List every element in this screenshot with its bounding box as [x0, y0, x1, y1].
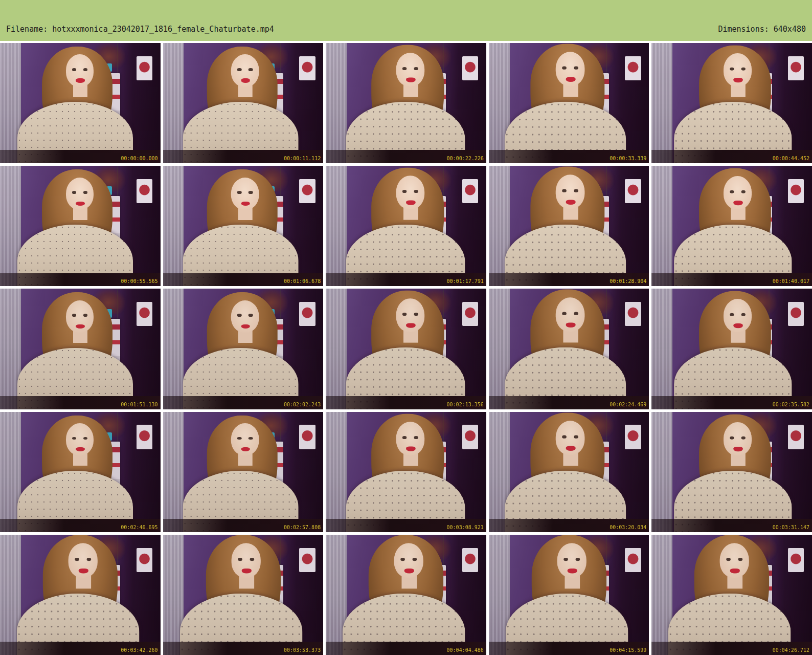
thumbnail-image: 00:04:26.712: [651, 535, 812, 655]
lips-shape: [404, 569, 414, 573]
thumbnail-image: 00:01:28.904: [489, 166, 649, 286]
thumbnail-image: 00:03:53.373: [163, 535, 324, 655]
thumbnail-image: 00:02:13.356: [326, 289, 486, 409]
timestamp-overlay: 00:03:53.373: [284, 647, 321, 653]
video-thumbnail: 00:01:28.904: [489, 166, 649, 286]
timestamp-overlay: 00:04:04.486: [447, 647, 484, 653]
video-thumbnail: 00:04:26.712: [651, 535, 812, 655]
lips-shape: [76, 78, 85, 82]
thumbnail-image: 00:02:24.469: [489, 289, 649, 409]
video-thumbnail: 00:00:55.565: [0, 166, 161, 286]
thumbnail-image: 00:01:17.791: [326, 166, 486, 286]
person-figure: [0, 43, 161, 163]
lips-shape: [407, 78, 416, 82]
lips-shape: [241, 447, 251, 451]
thumbnail-image: 00:03:31.147: [651, 412, 812, 532]
thumbnail-image: 00:00:55.565: [0, 166, 161, 286]
lips-shape: [566, 77, 575, 82]
thumbnail-image: 00:02:35.582: [651, 289, 812, 409]
person-figure: [657, 166, 812, 286]
video-thumbnail: 00:02:35.582: [651, 289, 812, 409]
timestamp-overlay: 00:02:24.469: [610, 402, 646, 407]
person-figure: [165, 412, 323, 532]
file-info-left: Filename: hotxxxmonica_23042017_1816_fem…: [6, 4, 274, 41]
video-thumbnail: 00:02:02.243: [163, 289, 324, 409]
thumbnail-image: 00:04:04.486: [326, 535, 486, 655]
timestamp-overlay: 00:02:13.356: [447, 402, 484, 407]
timestamp-overlay: 00:00:44.452: [773, 156, 809, 161]
lips-shape: [734, 78, 743, 82]
thumbnail-image: 00:02:02.243: [163, 289, 324, 409]
person-figure: [328, 412, 486, 532]
person-figure: [163, 535, 324, 655]
video-thumbnail: 00:03:42.260: [0, 535, 161, 655]
person-figure: [328, 289, 486, 409]
person-figure: [165, 289, 323, 409]
person-figure: [657, 412, 812, 532]
timestamp-overlay: 00:01:06.678: [284, 278, 321, 284]
lips-shape: [407, 447, 416, 451]
file-info-right: Dimensions: 640x480 Format: h264 / aac (…: [690, 4, 806, 41]
person-figure: [651, 535, 812, 655]
timestamp-overlay: 00:04:26.712: [773, 647, 809, 653]
thumbnail-image: 00:03:08.921: [326, 412, 486, 532]
video-thumbnail: 00:00:22.226: [326, 43, 486, 163]
timestamp-overlay: 00:03:31.147: [773, 525, 809, 530]
thumbnail-image: 00:00:44.452: [651, 43, 812, 163]
person-figure: [0, 166, 161, 286]
person-figure: [657, 289, 812, 409]
person-figure: [489, 43, 649, 163]
person-figure: [328, 166, 486, 286]
video-thumbnail: 00:01:06.678: [163, 166, 324, 286]
timestamp-overlay: 00:02:35.582: [773, 402, 809, 407]
video-thumbnail: 00:00:00.000: [0, 43, 161, 163]
video-thumbnail: 00:03:53.373: [163, 535, 324, 655]
lips-shape: [730, 569, 740, 573]
video-thumbnail: 00:01:51.130: [0, 289, 161, 409]
person-figure: [0, 289, 161, 409]
thumbnail-image: 00:01:06.678: [163, 166, 324, 286]
video-thumbnail: 00:02:46.695: [0, 412, 161, 532]
lips-shape: [241, 78, 251, 82]
video-thumbnail: 00:04:15.599: [489, 535, 649, 655]
person-figure: [0, 412, 161, 532]
video-thumbnail: 00:02:13.356: [326, 289, 486, 409]
video-thumbnail: 00:00:33.339: [489, 43, 649, 163]
thumbnail-grid: 00:00:00.000 00:00:11.112: [0, 43, 812, 655]
video-thumbnail: 00:04:04.486: [326, 535, 486, 655]
lips-shape: [242, 569, 252, 573]
lips-shape: [241, 202, 251, 206]
person-figure: [657, 43, 812, 163]
timestamp-overlay: 00:02:02.243: [284, 402, 321, 407]
lips-shape: [241, 324, 251, 329]
thumbnail-image: 00:00:22.226: [326, 43, 486, 163]
timestamp-overlay: 00:03:08.921: [447, 525, 484, 530]
timestamp-overlay: 00:03:42.260: [121, 647, 157, 653]
video-thumbnail: 00:03:20.034: [489, 412, 649, 532]
timestamp-overlay: 00:01:17.791: [447, 278, 484, 284]
person-figure: [489, 412, 649, 532]
timestamp-overlay: 00:04:15.599: [610, 647, 646, 653]
video-thumbnail: 00:01:17.791: [326, 166, 486, 286]
person-figure: [489, 535, 649, 655]
timestamp-overlay: 00:03:20.034: [610, 525, 646, 530]
lips-shape: [566, 446, 575, 451]
thumbnail-image: 00:03:20.034: [489, 412, 649, 532]
person-figure: [165, 43, 323, 163]
lips-shape: [734, 447, 743, 451]
thumbnail-image: 00:01:40.017: [651, 166, 812, 286]
timestamp-overlay: 00:00:22.226: [447, 156, 484, 161]
thumbnail-image: 00:00:00.000: [0, 43, 161, 163]
thumbnail-image: 00:01:51.130: [0, 289, 161, 409]
person-figure: [489, 289, 649, 409]
timestamp-overlay: 00:01:40.017: [773, 278, 809, 284]
video-thumbnail: 00:02:57.808: [163, 412, 324, 532]
lips-shape: [79, 569, 88, 573]
video-thumbnail: 00:00:11.112: [163, 43, 324, 163]
timestamp-overlay: 00:00:00.000: [121, 156, 157, 161]
timestamp-overlay: 00:02:46.695: [121, 525, 157, 530]
thumbnail-image: 00:02:46.695: [0, 412, 161, 532]
lips-shape: [568, 569, 577, 573]
file-info-header: Filename: hotxxxmonica_23042017_1816_fem…: [0, 0, 812, 41]
dimensions-line: Dimensions: 640x480: [690, 24, 806, 34]
